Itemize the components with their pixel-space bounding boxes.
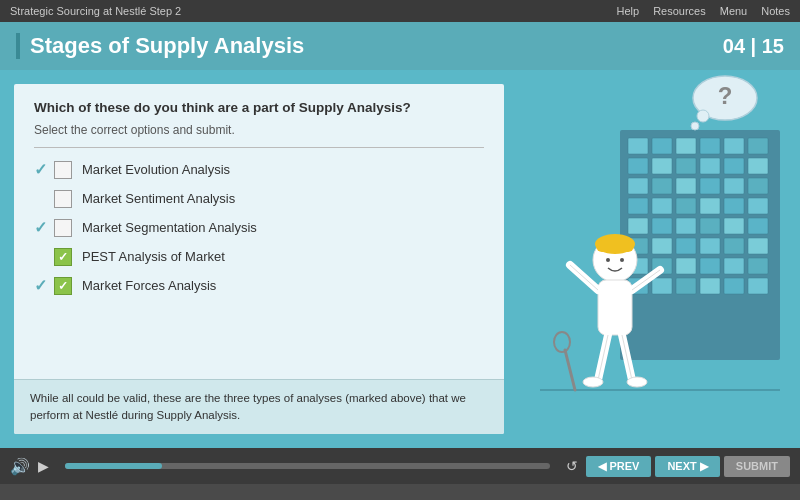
option-row-5[interactable]: ✓ ✓ Market Forces Analysis xyxy=(34,276,484,295)
scene-svg: ? xyxy=(520,70,800,448)
svg-rect-19 xyxy=(628,198,648,214)
submit-button[interactable]: SUBMIT xyxy=(724,456,790,477)
refresh-icon: ↺ xyxy=(566,458,578,474)
svg-line-70 xyxy=(565,350,575,390)
svg-rect-12 xyxy=(748,158,768,174)
nav-menu[interactable]: Menu xyxy=(720,5,748,17)
checkbox-3[interactable] xyxy=(54,219,72,237)
svg-rect-34 xyxy=(700,238,720,254)
svg-rect-9 xyxy=(676,158,696,174)
page-number: 04 | 15 xyxy=(723,35,784,58)
progress-bar-container[interactable] xyxy=(65,463,550,469)
svg-rect-58 xyxy=(598,280,632,335)
nav-buttons: ◀ PREV NEXT ▶ SUBMIT xyxy=(586,456,790,477)
option-row-2[interactable]: ✓ Market Sentiment Analysis xyxy=(34,189,484,208)
svg-rect-18 xyxy=(748,178,768,194)
svg-rect-40 xyxy=(700,258,720,274)
svg-point-67 xyxy=(583,377,603,387)
svg-rect-5 xyxy=(724,138,744,154)
svg-rect-46 xyxy=(700,278,720,294)
refresh-button[interactable]: ↺ xyxy=(566,458,578,474)
svg-rect-39 xyxy=(676,258,696,274)
svg-rect-55 xyxy=(596,240,634,252)
top-bar: Strategic Sourcing at Nestlé Step 2 Help… xyxy=(0,0,800,22)
check-icon-5: ✓ xyxy=(58,279,68,293)
svg-rect-29 xyxy=(724,218,744,234)
option-label-3: Market Segmentation Analysis xyxy=(82,220,257,235)
prev-button[interactable]: ◀ PREV xyxy=(586,456,651,477)
correct-mark-5: ✓ xyxy=(34,276,54,295)
main-content: Which of these do you think are a part o… xyxy=(0,70,800,448)
header: Stages of Supply Analysis 04 | 15 xyxy=(0,22,800,70)
svg-rect-13 xyxy=(628,178,648,194)
svg-rect-11 xyxy=(724,158,744,174)
illustration-panel: ? xyxy=(504,70,800,448)
svg-rect-44 xyxy=(652,278,672,294)
checkbox-2[interactable] xyxy=(54,190,72,208)
nav-notes[interactable]: Notes xyxy=(761,5,790,17)
svg-rect-10 xyxy=(700,158,720,174)
svg-rect-36 xyxy=(748,238,768,254)
bottom-controls: 🔊 ▶ ↺ ◀ PREV NEXT ▶ SUBMIT xyxy=(0,448,800,484)
svg-point-57 xyxy=(620,258,624,262)
question-text: Which of these do you think are a part o… xyxy=(34,100,484,115)
next-button[interactable]: NEXT ▶ xyxy=(655,456,719,477)
play-icon: ▶ xyxy=(38,458,49,474)
svg-rect-8 xyxy=(652,158,672,174)
correct-mark-3: ✓ xyxy=(34,218,54,237)
check-icon-4: ✓ xyxy=(58,250,68,264)
play-button[interactable]: ▶ xyxy=(38,458,49,474)
app-title: Strategic Sourcing at Nestlé Step 2 xyxy=(10,5,181,17)
svg-rect-48 xyxy=(748,278,768,294)
svg-rect-6 xyxy=(748,138,768,154)
nav-resources[interactable]: Resources xyxy=(653,5,706,17)
svg-rect-4 xyxy=(700,138,720,154)
svg-point-51 xyxy=(691,122,699,130)
svg-rect-26 xyxy=(652,218,672,234)
svg-rect-28 xyxy=(700,218,720,234)
svg-rect-35 xyxy=(724,238,744,254)
svg-point-56 xyxy=(606,258,610,262)
svg-rect-47 xyxy=(724,278,744,294)
svg-rect-30 xyxy=(748,218,768,234)
volume-button[interactable]: 🔊 xyxy=(10,457,30,476)
svg-rect-23 xyxy=(724,198,744,214)
option-row-4[interactable]: ✓ ✓ PEST Analysis of Market xyxy=(34,247,484,266)
svg-rect-14 xyxy=(652,178,672,194)
svg-rect-21 xyxy=(676,198,696,214)
svg-text:?: ? xyxy=(718,82,733,109)
svg-point-71 xyxy=(554,332,570,352)
feedback-text: While all could be valid, these are the … xyxy=(30,390,488,425)
option-label-4: PEST Analysis of Market xyxy=(82,249,225,264)
svg-point-50 xyxy=(697,110,709,122)
question-panel: Which of these do you think are a part o… xyxy=(14,84,504,434)
option-row-1[interactable]: ✓ Market Evolution Analysis xyxy=(34,160,484,179)
svg-rect-45 xyxy=(676,278,696,294)
svg-rect-27 xyxy=(676,218,696,234)
svg-point-68 xyxy=(627,377,647,387)
svg-rect-24 xyxy=(748,198,768,214)
instruction-text: Select the correct options and submit. xyxy=(34,123,484,148)
svg-line-60 xyxy=(570,265,598,290)
svg-rect-17 xyxy=(724,178,744,194)
progress-bar-fill xyxy=(65,463,162,469)
svg-rect-3 xyxy=(676,138,696,154)
checkbox-1[interactable] xyxy=(54,161,72,179)
nav-help[interactable]: Help xyxy=(617,5,640,17)
checkbox-4[interactable]: ✓ xyxy=(54,248,72,266)
character-illustration: ? xyxy=(520,70,800,448)
checkbox-5[interactable]: ✓ xyxy=(54,277,72,295)
svg-rect-25 xyxy=(628,218,648,234)
svg-rect-15 xyxy=(676,178,696,194)
svg-rect-22 xyxy=(700,198,720,214)
total-pages: 15 xyxy=(762,35,784,57)
option-label-1: Market Evolution Analysis xyxy=(82,162,230,177)
svg-rect-42 xyxy=(748,258,768,274)
svg-rect-2 xyxy=(652,138,672,154)
svg-rect-33 xyxy=(676,238,696,254)
top-nav: Help Resources Menu Notes xyxy=(617,5,790,17)
svg-rect-41 xyxy=(724,258,744,274)
option-row-3[interactable]: ✓ Market Segmentation Analysis xyxy=(34,218,484,237)
svg-rect-1 xyxy=(628,138,648,154)
volume-icon: 🔊 xyxy=(10,457,30,476)
